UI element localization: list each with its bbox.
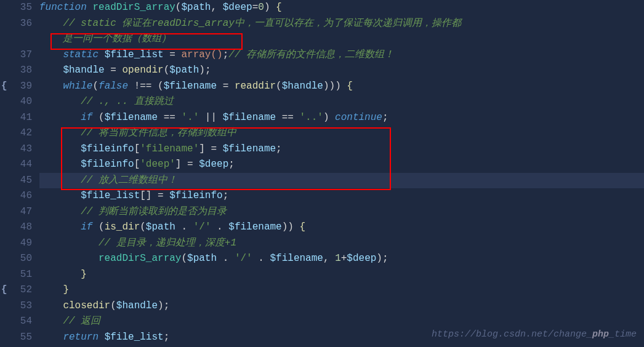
- code-token: .: [217, 251, 235, 267]
- code-token: (: [276, 79, 282, 95]
- code-token: .: [175, 220, 193, 236]
- code-token: ] =: [175, 157, 199, 173]
- line-number: 37: [0, 47, 32, 63]
- code-token: 'deep': [140, 157, 175, 173]
- code-token: ;: [382, 110, 388, 126]
- code-token: $file_list: [105, 330, 164, 346]
- code-line[interactable]: if (is_dir($path . '/' . $filename)) {: [39, 220, 644, 236]
- code-token: ] =: [199, 142, 222, 158]
- code-token: );: [376, 251, 388, 267]
- code-line[interactable]: $file_list[] = $fileinfo;: [39, 188, 644, 204]
- line-number: 53: [0, 298, 32, 314]
- code-token: .: [211, 220, 228, 236]
- code-editor: 35363738{39404142434445464748495051{5253…: [0, 0, 644, 347]
- code-token: !== (: [128, 79, 164, 95]
- code-line[interactable]: // 判断当前读取到的是否为目录: [39, 204, 644, 220]
- code-token: $deep: [347, 251, 376, 267]
- line-number: {39: [0, 79, 32, 95]
- line-number: 40: [0, 94, 32, 110]
- line-number: {52: [0, 282, 32, 298]
- fold-marker-icon[interactable]: {: [1, 79, 7, 95]
- code-token: if: [81, 110, 92, 126]
- code-line[interactable]: }: [39, 282, 644, 298]
- code-line[interactable]: // static 保证在readDirs_array中，一直可以存在，为了保证…: [39, 16, 644, 32]
- code-token: '.': [181, 110, 199, 126]
- code-token: static: [63, 47, 99, 63]
- code-token: $path: [181, 0, 211, 16]
- watermark-badge: php: [592, 329, 609, 340]
- code-token: [: [134, 142, 140, 158]
- line-number: 41: [0, 110, 32, 126]
- code-token: ): [323, 110, 335, 126]
- line-number: 35: [0, 0, 32, 16]
- line-number: 42: [0, 126, 32, 142]
- code-line[interactable]: static $file_list = array();// 存储所有的文件信息…: [39, 47, 644, 63]
- line-number: 50: [0, 251, 32, 267]
- line-number: 44: [0, 157, 32, 173]
- code-line[interactable]: // 将当前文件信息，存储到数组中: [39, 126, 644, 142]
- code-token: $filename: [270, 251, 323, 267]
- code-token: =: [105, 63, 123, 79]
- code-token: (: [92, 79, 99, 95]
- code-token: $filename: [228, 220, 281, 236]
- code-token: [99, 330, 105, 346]
- code-token: 'filename': [140, 142, 199, 158]
- code-token: ;: [223, 188, 229, 204]
- code-token: }: [63, 282, 69, 298]
- code-token: $fileinfo: [81, 157, 134, 173]
- code-token: {: [276, 0, 282, 16]
- code-token: readDirS_array: [99, 251, 181, 267]
- code-token: 1: [335, 251, 341, 267]
- code-token: +: [341, 251, 347, 267]
- line-number: 54: [0, 314, 32, 330]
- code-line[interactable]: }: [39, 267, 644, 283]
- code-token: while: [63, 79, 92, 95]
- code-token: ==: [276, 110, 299, 126]
- code-token: =: [164, 47, 182, 63]
- code-line[interactable]: // 是目录，递归处理，深度+1: [39, 236, 644, 252]
- code-line[interactable]: // ., .. 直接跳过: [39, 94, 644, 110]
- line-number: 36: [0, 16, 32, 32]
- code-line[interactable]: closedir($handle);: [39, 298, 644, 314]
- code-token: '/': [235, 251, 252, 267]
- code-line[interactable]: $fileinfo['filename'] = $filename;: [39, 142, 644, 158]
- code-token: ;: [223, 47, 229, 63]
- code-token: return: [63, 330, 99, 346]
- code-token: ,: [211, 0, 222, 16]
- code-token: )): [282, 220, 300, 236]
- line-number: 48: [0, 220, 32, 236]
- code-token: (: [140, 220, 146, 236]
- code-token: 0: [258, 0, 264, 16]
- code-line[interactable]: $fileinfo['deep'] = $deep;: [39, 157, 644, 173]
- code-token: // 返回: [63, 314, 100, 330]
- code-token: );: [199, 63, 211, 79]
- code-line[interactable]: if ($filename == '.' || $filename == '..…: [39, 110, 644, 126]
- code-token: // 存储所有的文件信息，二维数组！: [228, 47, 394, 63]
- code-line[interactable]: while(false !== ($filename = readdir($ha…: [39, 79, 644, 95]
- code-token: $handle: [116, 298, 158, 314]
- code-line[interactable]: function readDirS_array($path, $deep=0) …: [39, 0, 644, 16]
- code-token: $fileinfo: [169, 188, 222, 204]
- code-line[interactable]: // 放入二维数组中！: [39, 173, 644, 189]
- code-token: {: [347, 79, 353, 95]
- fold-marker-icon[interactable]: {: [1, 282, 7, 298]
- code-token: .: [252, 251, 270, 267]
- code-line-wrap[interactable]: 是一同一个数据（数组）: [39, 31, 644, 47]
- code-token: // 判断当前读取到的是否为目录: [81, 204, 227, 220]
- code-content[interactable]: function readDirS_array($path, $deep=0) …: [39, 0, 644, 347]
- code-token: '..': [300, 110, 323, 126]
- code-token: // ., .. 直接跳过: [81, 94, 173, 110]
- code-token: }: [81, 267, 87, 283]
- line-number: 47: [0, 204, 32, 220]
- code-token: $deep: [223, 0, 252, 16]
- line-number: 49: [0, 236, 32, 252]
- code-token: (: [110, 298, 116, 314]
- code-line[interactable]: $handle = opendir($path);: [39, 63, 644, 79]
- line-number: 51: [0, 267, 32, 283]
- code-line[interactable]: readDirS_array($path . '/' . $filename, …: [39, 251, 644, 267]
- code-token: ;: [228, 157, 235, 173]
- code-token: $handle: [63, 63, 104, 79]
- code-token: $fileinfo: [81, 142, 134, 158]
- code-token: (: [92, 220, 104, 236]
- line-number-gutter: 35363738{39404142434445464748495051{5253…: [0, 0, 39, 347]
